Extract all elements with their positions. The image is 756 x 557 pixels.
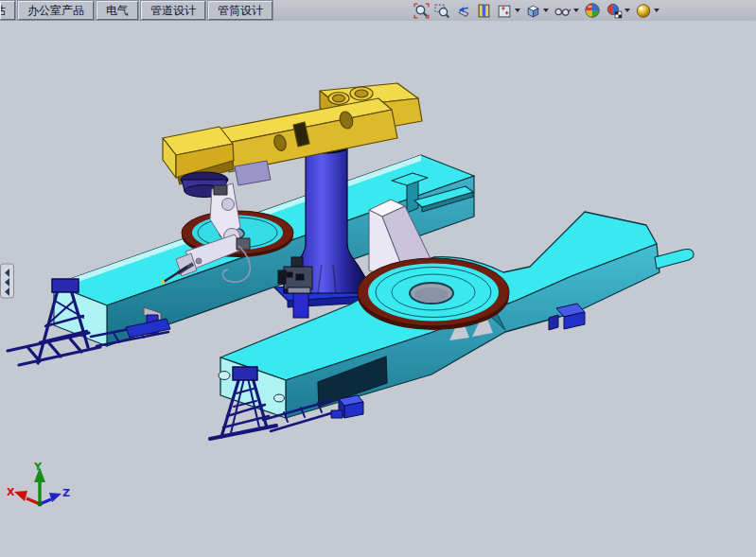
command-tabs: 估 办公室产品 电气 管道设计 管筒设计 (0, 0, 273, 21)
tab-electrical[interactable]: 电气 (97, 1, 138, 20)
graphics-viewport[interactable]: Y X Z (0, 21, 756, 557)
tab-evaluate-partial[interactable]: 估 (0, 1, 15, 20)
zoom-to-area-button[interactable] (433, 1, 451, 20)
view-orientation-cube-icon (525, 3, 541, 19)
heads-up-view-toolbar (413, 0, 660, 21)
display-style-button[interactable] (553, 1, 580, 20)
zoom-to-area-icon (434, 3, 450, 19)
dropdown-caret[interactable] (515, 9, 520, 12)
cad-window: 估 办公室产品 电气 管道设计 管筒设计 (0, 0, 756, 557)
previous-view-button[interactable] (454, 1, 472, 20)
dropdown-caret[interactable] (624, 9, 630, 12)
tab-tubing-design[interactable]: 管筒设计 (208, 1, 273, 20)
view-settings-icon (497, 3, 513, 19)
display-style-glasses-icon (554, 3, 571, 19)
view-settings-button[interactable] (496, 1, 521, 20)
apply-scene-sphere-icon (635, 2, 652, 19)
feature-tree-flyout-tab[interactable] (1, 264, 14, 298)
edit-appearance-button[interactable] (605, 1, 631, 20)
hide-show-items-sphere-icon (584, 2, 601, 19)
y-axis-label: Y (33, 461, 43, 473)
edit-appearance-icon (606, 2, 623, 19)
previous-view-icon (455, 3, 471, 19)
section-view-button[interactable] (475, 1, 493, 20)
tab-piping-design[interactable]: 管道设计 (141, 1, 205, 20)
view-orientation-button[interactable] (524, 1, 550, 20)
section-view-icon (476, 3, 492, 19)
model-canvas[interactable]: Y X Z (0, 21, 756, 557)
tab-office-products[interactable]: 办公室产品 (18, 1, 94, 20)
x-axis-label: X (7, 486, 15, 498)
zoom-to-fit-icon (413, 3, 430, 19)
dropdown-caret[interactable] (543, 9, 549, 12)
apply-scene-button[interactable] (634, 1, 660, 20)
zoom-to-fit-button[interactable] (413, 1, 431, 20)
dropdown-caret[interactable] (654, 9, 659, 12)
command-manager-toolbar: 估 办公室产品 电气 管道设计 管筒设计 (0, 0, 756, 22)
rotary-ring-front[interactable] (358, 258, 509, 330)
z-axis-label: Z (62, 487, 70, 499)
dropdown-caret[interactable] (573, 9, 579, 12)
hide-show-items-button[interactable] (583, 1, 602, 20)
